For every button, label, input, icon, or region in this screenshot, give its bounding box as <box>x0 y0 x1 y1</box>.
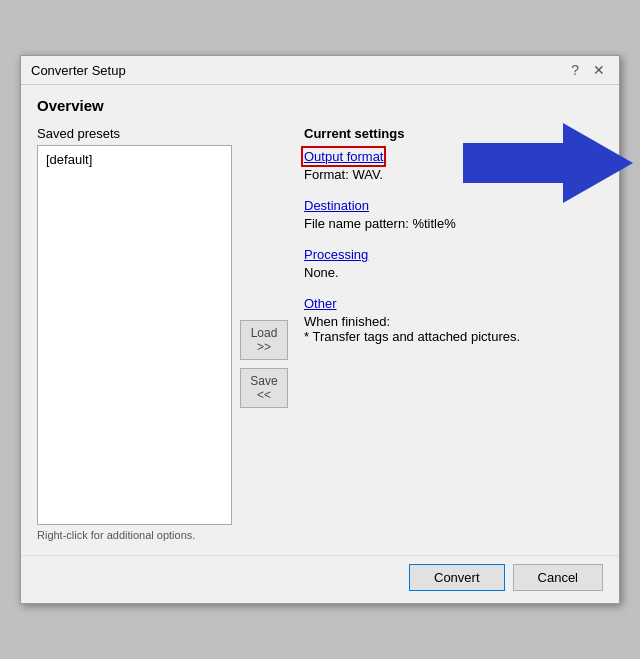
converter-setup-dialog: Converter Setup ? ✕ Overview Saved prese… <box>20 55 620 604</box>
title-bar-controls: ? ✕ <box>567 62 609 78</box>
other-detail: When finished:* Transfer tags and attach… <box>304 314 603 344</box>
help-button[interactable]: ? <box>567 62 583 78</box>
main-layout: Saved presets [default] Right-click for … <box>37 126 603 541</box>
destination-link[interactable]: Destination <box>304 198 369 213</box>
output-format-detail: Format: WAV. <box>304 167 603 182</box>
left-panel: Saved presets [default] Right-click for … <box>37 126 232 541</box>
dialog-footer: Convert Cancel <box>21 555 619 603</box>
saved-presets-label: Saved presets <box>37 126 232 141</box>
right-click-hint: Right-click for additional options. <box>37 529 232 541</box>
close-button[interactable]: ✕ <box>589 62 609 78</box>
section-processing: Processing None. <box>304 247 603 280</box>
presets-list[interactable]: [default] <box>37 145 232 525</box>
current-settings-title: Current settings <box>304 126 603 141</box>
title-bar: Converter Setup ? ✕ <box>21 56 619 85</box>
cancel-button[interactable]: Cancel <box>513 564 603 591</box>
load-button[interactable]: Load >> <box>240 320 288 360</box>
overview-title: Overview <box>37 97 603 114</box>
save-button[interactable]: Save << <box>240 368 288 408</box>
dialog-title: Converter Setup <box>31 63 126 78</box>
output-format-link[interactable]: Output format <box>304 149 383 164</box>
processing-detail: None. <box>304 265 603 280</box>
destination-detail: File name pattern: %title% <box>304 216 603 231</box>
convert-button[interactable]: Convert <box>409 564 505 591</box>
section-output-format: Output format Format: WAV. <box>304 149 603 182</box>
other-link[interactable]: Other <box>304 296 337 311</box>
section-destination: Destination File name pattern: %title% <box>304 198 603 231</box>
section-other: Other When finished:* Transfer tags and … <box>304 296 603 344</box>
processing-link[interactable]: Processing <box>304 247 368 262</box>
middle-buttons: Load >> Save << <box>232 186 296 541</box>
right-panel: Current settings Output format Format: W… <box>296 126 603 541</box>
preset-item-default[interactable]: [default] <box>42 150 227 169</box>
dialog-body: Overview Saved presets [default] Right-c… <box>21 85 619 551</box>
